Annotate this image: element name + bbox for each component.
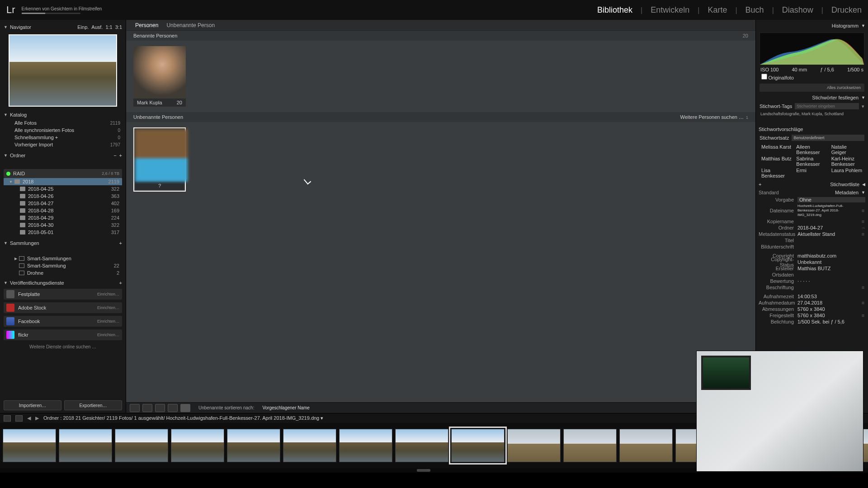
publish-plus-icon[interactable]: + [119,280,122,286]
grid-toggle-icon[interactable] [15,415,23,422]
catalog-all-photos[interactable]: Alle Fotos2119 [4,119,122,127]
filmstrip-thumb[interactable] [507,429,561,462]
view-compare-button[interactable] [155,404,165,412]
navigator-preview[interactable] [9,34,117,107]
filmstrip-thumb[interactable] [171,429,224,462]
folder-item[interactable]: 2018-05-01317 [14,229,122,236]
metadata-rating[interactable]: · · · · · [797,278,865,284]
zoom-1-1[interactable]: 1:1 [105,24,112,30]
find-more-people[interactable]: Weitere Personen suchen … [680,114,744,120]
collection-plus-icon[interactable]: + [119,240,122,246]
second-monitor-icon[interactable] [4,415,11,422]
view-loupe-button[interactable] [142,404,152,412]
publish-flickr[interactable]: flickrEinrichten… [4,329,122,340]
zoom-3-1[interactable]: 3:1 [115,24,122,30]
named-person-card[interactable]: Mark Kupla20 [133,46,186,107]
keyword-suggestion[interactable]: Laura Pohlem [831,168,863,178]
filmstrip-thumb[interactable] [3,429,56,462]
metadata-copyright-status[interactable]: Unbekannt [797,259,865,265]
filmstrip-thumb[interactable] [227,429,280,462]
folder-item[interactable]: 2018-04-25322 [14,185,122,192]
folder-2018[interactable]: ▼20182119 [4,178,122,185]
keyword-suggestion[interactable]: Lisa Benkesser [761,168,793,178]
publish-more[interactable]: Weitere Dienste online suchen … [4,342,122,352]
folder-item[interactable]: 2018-04-30322 [14,221,122,229]
smart-collections[interactable]: ▶Smart-Sammlungen [4,255,122,262]
catalog-header[interactable]: ▼Katalog [4,110,122,119]
suggestions-header[interactable]: Stichwortvorschläge [759,125,865,133]
keyword-set[interactable] [792,135,864,141]
import-button[interactable]: Importieren… [4,400,61,410]
publish-adobestock[interactable]: Adobe StockEinrichten… [4,302,122,313]
folder-plus-icon[interactable]: + [119,153,122,158]
original-photo-checkbox[interactable] [761,74,767,80]
filmstrip-thumb[interactable] [59,429,112,462]
keywordlist-header[interactable]: +Stichwortliste◀ [759,180,865,188]
metadata-preset[interactable]: Ohne [797,197,865,202]
filmstrip-thumb[interactable] [563,429,617,462]
face-thumbnail[interactable] [135,129,188,182]
drive-raid[interactable]: RAID 2,6 / 8 TB [4,169,122,178]
export-button[interactable]: Exportieren… [64,400,122,410]
unnamed-person-card[interactable]: ? [133,127,186,192]
module-map[interactable]: Karte [708,5,727,15]
metadata-copyright[interactable]: matthiasbutz.com [797,253,865,258]
filmstrip-thumb[interactable] [283,429,336,462]
view-survey-button[interactable] [168,404,178,412]
adobestock-icon [6,304,14,312]
keyword-suggestion[interactable]: Natalie Geiger [831,144,863,155]
metadata-folder[interactable]: 2018-04-27 [797,225,861,230]
face-thumbnail[interactable] [133,46,186,99]
catalog-synced[interactable]: Alle synchronisierten Fotos0 [4,127,122,134]
filmstrip-thumb[interactable] [115,429,168,462]
filmstrip-thumb[interactable] [619,429,673,462]
keyword-suggestion[interactable]: Ermi [796,168,827,178]
module-develop[interactable]: Entwickeln [651,5,689,15]
filmstrip-thumb-selected[interactable] [451,429,505,462]
publish-facebook[interactable]: FacebookEinrichten… [4,316,122,327]
module-slideshow[interactable]: Diashow [782,5,813,15]
zoom-fill[interactable]: Ausf. [91,24,103,30]
keyword-menu-icon[interactable]: ▾ [862,103,864,109]
module-library[interactable]: Bibliothek [597,5,632,15]
view-people-button[interactable] [180,404,190,412]
catalog-quick[interactable]: Schnellsammlung +0 [4,134,122,141]
keyword-suggestion[interactable]: Sabrina Benkesser [796,156,827,167]
navigator-header[interactable]: ▼Navigator Einp. Ausf. 1:1 3:1 [4,23,122,32]
keywords-header[interactable]: Stichwörter festlegen▼ [759,94,865,102]
applied-keywords[interactable]: Landschaftsfotografie, Mark Kupla, Schot… [759,111,865,117]
catalog-prev-import[interactable]: Vorheriger Import1797 [4,141,122,148]
keywordlist-plus-icon[interactable]: + [759,182,761,187]
keyword-suggestion[interactable]: Karl-Heinz Benkesser [831,156,863,167]
sort-value[interactable]: Vorgeschlagener Name [262,405,310,410]
folder-item[interactable]: 2018-04-29224 [14,214,122,221]
view-grid-button[interactable] [130,404,140,412]
module-book[interactable]: Buch [745,5,764,15]
filmstrip-thumb[interactable] [339,429,392,462]
filmstrip-path[interactable]: Ordner : 2018 21 Gesichter/ 2119 Fotos/ … [43,415,323,421]
collections-header[interactable]: ▼Sammlungen+ [4,239,122,248]
keyword-suggestion[interactable]: Matthias Butz [761,156,793,167]
reset-all-button[interactable]: Alles zurücksetzen [760,84,864,92]
breadcrumb-people[interactable]: Personen [135,22,158,28]
histogram[interactable] [760,33,864,65]
folder-item[interactable]: 2018-04-26363 [14,192,122,200]
filmstrip-thumb[interactable] [395,429,448,462]
keyword-input[interactable] [795,103,859,109]
keyword-suggestion[interactable]: Aileen Benkesser [796,144,827,155]
publish-header[interactable]: ▼Veröffentlichungsdienste+ [4,278,122,287]
metadata-creator[interactable]: Matthias BUTZ [797,266,865,271]
module-print[interactable]: Drucken [831,5,862,15]
breadcrumb-unnamed[interactable]: Unbenannte Person [166,22,215,28]
keyword-suggestion[interactable]: Melissa Karst [761,144,793,155]
metadata-header[interactable]: StandardMetadaten▼ [759,188,865,197]
folders-header[interactable]: ▼Ordner−+ [4,151,122,160]
histogram-header[interactable]: Histogramm▼ [759,22,865,30]
folder-minus-icon[interactable]: − [113,153,116,158]
collection-drone[interactable]: Drohne2 [4,269,122,277]
publish-harddrive[interactable]: FestplatteEinrichten… [4,289,122,300]
smart-collection[interactable]: Smart-Sammlung22 [4,262,122,269]
folder-item[interactable]: 2018-04-28169 [14,207,122,214]
zoom-fit[interactable]: Einp. [77,24,89,30]
folder-item[interactable]: 2018-04-27402 [14,200,122,207]
